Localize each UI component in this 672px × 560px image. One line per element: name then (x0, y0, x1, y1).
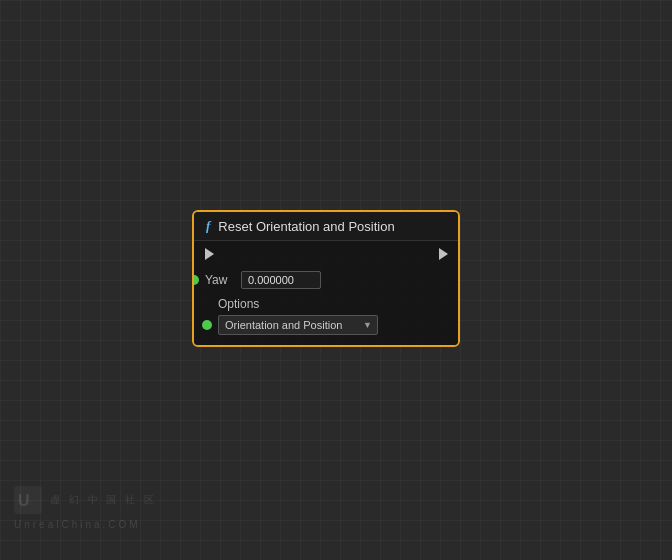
options-pin[interactable] (202, 320, 212, 330)
exec-arrow-left-icon (205, 248, 214, 260)
exec-output-pin[interactable] (436, 247, 450, 261)
yaw-pin[interactable] (192, 275, 199, 285)
exec-pins-row (194, 241, 458, 267)
watermark-site-line2: UnrealChina.COM (14, 519, 141, 530)
exec-input-pin[interactable] (202, 247, 216, 261)
options-dropdown[interactable]: Orientation and PositionOrientation Only… (218, 315, 378, 335)
watermark: U 虚 幻 中 国 社 区 UnrealChina.COM (14, 486, 157, 533)
node-header: f Reset Orientation and Position (194, 212, 458, 241)
options-pin-row: Orientation and PositionOrientation Only… (202, 315, 450, 335)
watermark-logo: U 虚 幻 中 国 社 区 (14, 486, 157, 514)
options-row: Options Orientation and PositionOrientat… (194, 293, 458, 345)
blueprint-node: f Reset Orientation and Position Yaw Opt… (192, 210, 460, 347)
options-label: Options (218, 297, 450, 311)
options-select-wrapper: Orientation and PositionOrientation Only… (218, 315, 378, 335)
exec-arrow-right-icon (439, 248, 448, 260)
yaw-row: Yaw (194, 267, 458, 293)
node-title: Reset Orientation and Position (218, 219, 394, 234)
node-body: Yaw Options Orientation and PositionOrie… (194, 241, 458, 345)
function-icon: f (206, 218, 210, 234)
yaw-input[interactable] (241, 271, 321, 289)
svg-text:U: U (18, 492, 32, 509)
yaw-label: Yaw (205, 273, 235, 287)
unrealchina-logo-icon: U (14, 486, 42, 514)
watermark-site-line1: 虚 幻 中 国 社 区 (50, 492, 157, 507)
